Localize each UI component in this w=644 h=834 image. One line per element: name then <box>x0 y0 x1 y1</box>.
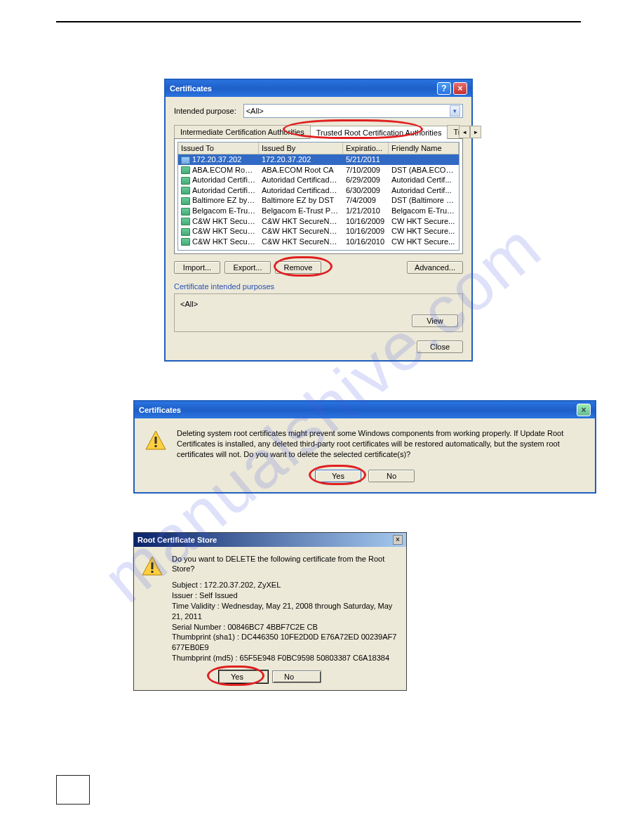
view-button[interactable]: View <box>412 315 458 327</box>
yes-button[interactable]: Yes <box>315 470 361 482</box>
tabstrip: Intermediate Certification Authorities T… <box>174 125 463 139</box>
close-button[interactable]: × <box>393 535 403 545</box>
purpose-select[interactable]: <All> ▾ <box>243 104 463 118</box>
purposes-box: <All> View <box>174 293 463 332</box>
table-row[interactable]: Autoridad Certifica...Autoridad Certific… <box>178 175 459 185</box>
tab-scroll-right[interactable]: ▸ <box>470 126 481 138</box>
no-button[interactable]: No <box>368 470 415 482</box>
page-top-rule <box>56 21 581 22</box>
purpose-value: <All> <box>246 107 264 115</box>
tab-trusted-root[interactable]: Trusted Root Certification Authorities <box>310 126 448 139</box>
tab-scroll-left[interactable]: ◂ <box>459 126 470 138</box>
close-dialog-button[interactable]: Close <box>417 340 463 353</box>
col-issued-by[interactable]: Issued By <box>259 143 343 154</box>
list-header: Issued To Issued By Expiratio... Friendl… <box>178 143 459 154</box>
table-row[interactable]: C&W HKT SecureN...C&W HKT SecureNet ...1… <box>178 216 459 227</box>
close-button[interactable]: × <box>453 82 467 95</box>
yes-button[interactable]: Yes <box>219 670 268 683</box>
warning-icon <box>141 555 163 578</box>
purposes-section-label: Certificate intended purposes <box>174 282 463 291</box>
tab-trusted-publishers[interactable]: Trusted Publ <box>447 125 459 138</box>
warning-icon <box>145 430 167 452</box>
export-button[interactable]: Export... <box>224 261 271 274</box>
certificates-dialog: Certificates ? × Intended purpose: <All>… <box>164 79 473 362</box>
table-row[interactable]: Baltimore EZ by DSTBaltimore EZ by DST7/… <box>178 195 459 206</box>
svg-rect-1 <box>155 437 157 444</box>
md5-line: Thumbprint (md5) : 65F5E948 F0BC9598 508… <box>172 653 399 663</box>
table-row[interactable]: Autoridad Certifica...Autoridad Certific… <box>178 185 459 196</box>
confirm-message: Deleting system root certificates might … <box>177 428 585 460</box>
table-row[interactable]: Belgacom E-Trust P...Belgacom E-Trust Pr… <box>178 206 459 216</box>
footer-page-box <box>56 775 90 805</box>
import-button[interactable]: Import... <box>174 261 220 274</box>
confirm-delete-dialog: Certificates × Deleting system root cert… <box>133 400 596 494</box>
validity-line: Time Validity : Wednesday, May 21, 2008 … <box>172 601 399 622</box>
root-store-dialog: Root Certificate Store × Do you want to … <box>133 532 407 691</box>
remove-button[interactable]: Remove <box>275 261 321 274</box>
table-row[interactable]: C&W HKT SecureN...C&W HKT SecureNet ...1… <box>178 226 459 237</box>
svg-rect-4 <box>152 562 154 569</box>
subject-line: Subject : 172.20.37.202, ZyXEL <box>172 580 399 590</box>
titlebar: Certificates ? × <box>166 80 471 97</box>
purposes-value: <All> <box>180 300 198 308</box>
title-text: Certificates <box>170 84 212 93</box>
titlebar: Root Certificate Store × <box>134 533 406 547</box>
sha1-line: Thumbprint (sha1) : DC446350 10FE2D0D E7… <box>172 632 399 653</box>
certificate-list[interactable]: Issued To Issued By Expiratio... Friendl… <box>177 142 459 251</box>
table-row[interactable]: C&W HKT SecureN...C&W HKT SecureNet ...1… <box>178 237 459 247</box>
chevron-down-icon: ▾ <box>450 105 460 117</box>
titlebar: Certificates × <box>135 402 595 418</box>
issuer-line: Issuer : Self Issued <box>172 590 399 601</box>
serial-line: Serial Number : 00846BC7 4BBF7C2E CB <box>172 622 399 633</box>
advanced-button[interactable]: Advanced... <box>407 261 463 274</box>
root-store-text: Do you want to DELETE the following cert… <box>172 554 399 663</box>
tab-intermediate[interactable]: Intermediate Certification Authorities <box>174 125 311 138</box>
col-issued-to[interactable]: Issued To <box>178 143 259 154</box>
col-expiration[interactable]: Expiratio... <box>343 143 389 154</box>
title-text: Root Certificate Store <box>137 536 217 544</box>
table-row[interactable]: ABA.ECOM Root CAABA.ECOM Root CA7/10/200… <box>178 165 459 176</box>
svg-rect-5 <box>152 571 154 573</box>
svg-rect-2 <box>155 445 157 447</box>
purpose-label: Intended purpose: <box>174 107 236 115</box>
question: Do you want to DELETE the following cert… <box>172 554 399 575</box>
no-button[interactable]: No <box>272 670 321 683</box>
title-text: Certificates <box>139 406 181 414</box>
col-friendly-name[interactable]: Friendly Name <box>389 143 459 154</box>
close-button[interactable]: × <box>577 404 591 416</box>
help-button[interactable]: ? <box>437 82 451 95</box>
table-row[interactable]: 172.20.37.202172.20.37.2025/21/2011 <box>178 154 459 165</box>
